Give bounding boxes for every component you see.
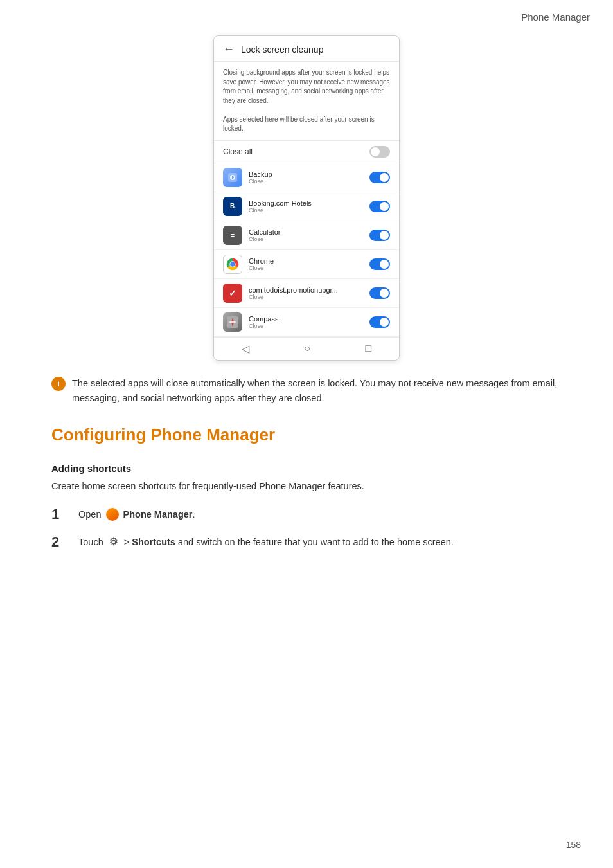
calculator-toggle[interactable] [369,230,390,241]
nav-back-icon: ◁ [242,343,249,355]
mockup-navigation-bar: ◁ ○ □ [214,337,399,360]
todoist-app-info: com.todoist.promotionupgr... Close [249,286,369,300]
chrome-app-icon [223,255,242,274]
page-number: 158 [566,840,581,850]
mockup-header: ← Lock screen cleanup [214,36,399,62]
subsection-heading: Adding shortcuts [51,463,562,474]
backup-app-info: Backup Close [249,170,369,185]
main-content: ← Lock screen cleanup Closing background… [0,29,613,586]
booking-app-name: Booking.com Hotels [249,199,369,207]
booking-toggle[interactable] [369,201,390,212]
step-1: 1 Open Phone Manager. [51,505,562,524]
compass-toggle[interactable] [369,316,390,328]
chrome-app-sub: Close [249,265,369,271]
svg-point-4 [230,262,235,266]
app-row-compass: Compass Close [214,308,399,337]
backup-toggle[interactable] [369,172,390,183]
chrome-toggle[interactable] [369,258,390,270]
phone-mockup: ← Lock screen cleanup Closing background… [213,35,400,361]
svg-point-8 [112,540,115,543]
info-icon: i [51,377,66,391]
backup-app-name: Backup [249,170,369,178]
compass-app-info: Compass Close [249,315,369,329]
toggle-knob [380,318,389,327]
step-1-number: 1 [51,505,78,524]
info-note-text: The selected apps will close automatical… [72,376,562,406]
app-row-calculator: = Calculator Close [214,221,399,250]
section-heading: Configuring Phone Manager [51,425,562,445]
close-all-row[interactable]: Close all [214,141,399,163]
booking-app-sub: Close [249,207,369,213]
calculator-app-info: Calculator Close [249,228,369,242]
todoist-app-icon: ✓ [223,284,242,303]
step-2-text: Touch > Shortcuts and switch on the feat… [78,533,454,550]
chrome-app-name: Chrome [249,257,369,265]
backup-app-sub: Close [249,178,369,185]
app-row-chrome: Chrome Close [214,250,399,279]
app-row-booking: B. Booking.com Hotels Close [214,192,399,221]
page-header: Phone Manager [0,0,613,29]
compass-app-icon [223,312,242,332]
mockup-description: Closing background apps after your scree… [214,62,399,141]
booking-app-icon: B. [223,197,242,216]
mockup-screen-title: Lock screen cleanup [241,44,323,55]
app-title: Phone Manager [521,12,590,23]
toggle-knob [380,173,389,182]
calculator-app-icon: = [223,226,242,245]
compass-app-sub: Close [249,323,369,329]
nav-recents-icon: □ [366,343,372,354]
step-1-text: Open Phone Manager. [78,505,195,522]
backup-app-icon [223,168,242,187]
todoist-app-sub: Close [249,294,369,300]
chrome-app-info: Chrome Close [249,257,369,271]
todoist-toggle[interactable] [369,287,390,299]
app-row-backup: Backup Close [214,163,399,192]
subsection-desc: Create home screen shortcuts for frequen… [51,479,562,494]
toggle-knob [380,289,389,298]
calculator-app-sub: Close [249,236,369,242]
step-2: 2 Touch > Shortcuts and switch on the fe… [51,533,562,552]
todoist-app-name: com.todoist.promotionupgr... [249,286,369,294]
calculator-app-name: Calculator [249,228,369,236]
mockup-desc-text: Closing background apps after your scree… [223,69,390,132]
toggle-knob [380,231,389,240]
compass-app-name: Compass [249,315,369,323]
app-row-todoist: ✓ com.todoist.promotionupgr... Close [214,279,399,308]
settings-gear-inline-icon [108,536,120,548]
back-arrow-icon: ← [223,42,235,56]
toggle-knob [371,147,380,156]
toggle-knob [380,260,389,269]
close-all-toggle[interactable] [369,146,390,158]
toggle-knob [380,202,389,211]
step-2-number: 2 [51,533,78,552]
booking-app-info: Booking.com Hotels Close [249,199,369,213]
phone-manager-inline-icon [106,508,119,521]
info-note: i The selected apps will close automatic… [51,376,562,406]
close-all-label: Close all [223,147,253,156]
nav-home-icon: ○ [304,343,310,354]
